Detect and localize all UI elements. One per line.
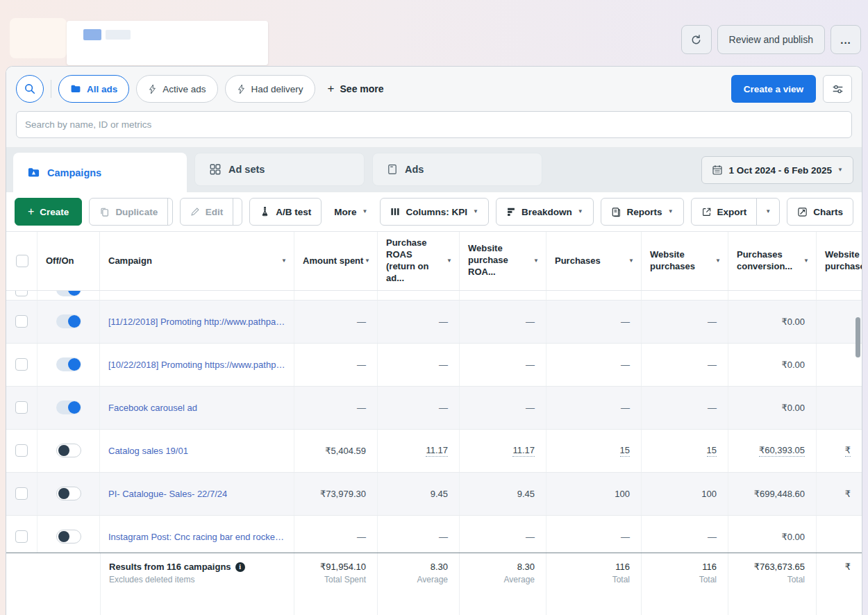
row-checkbox[interactable]	[15, 444, 28, 457]
refresh-button[interactable]	[681, 25, 712, 54]
total-website-purchases: 116 Total	[642, 553, 728, 615]
search-input[interactable]	[16, 111, 852, 138]
campaign-link[interactable]: PI- Catalogue- Sales- 22/7/24	[108, 489, 227, 499]
column-header-amount-spent[interactable]: Amount spent ▼	[294, 232, 378, 290]
vertical-scrollbar-thumb[interactable]	[856, 317, 860, 357]
create-view-button[interactable]: Create a view	[731, 75, 816, 103]
campaign-link[interactable]: [10/22/2018] Promoting https://www.pathp…	[108, 360, 285, 370]
ads-page-icon	[387, 163, 398, 176]
redacted-icon-fragment	[106, 30, 131, 40]
filter-pill-had-delivery[interactable]: Had delivery	[225, 75, 315, 103]
table-row[interactable]: Instagram Post: Cnc racing bar end rocke…	[6, 516, 862, 553]
edit-label: Edit	[206, 207, 224, 217]
row-checkbox[interactable]	[15, 315, 28, 328]
charts-icon	[797, 207, 808, 217]
table-row[interactable]: [10/22/2018] Promoting https://www.pathp…	[6, 344, 862, 387]
plus-icon: +	[28, 205, 34, 218]
level-tabs: Campaigns Ad sets Ads	[6, 148, 862, 192]
campaign-toggle[interactable]	[56, 444, 81, 457]
table-totals-row: Results from 116 campaigns i Excludes de…	[6, 553, 862, 615]
campaign-link[interactable]: Instagram Post: Cnc racing bar end rocke…	[108, 532, 285, 542]
column-header-purchases-conversion[interactable]: Purchases conversion... ▼	[728, 232, 817, 290]
bolt-icon	[148, 84, 157, 94]
filter-pill-all-ads[interactable]: All ads	[58, 75, 129, 103]
caret-down-icon: ▼	[365, 258, 370, 264]
date-range-button[interactable]: 1 Oct 2024 - 6 Feb 2025 ▼	[701, 156, 853, 184]
filter-pill-label: All ads	[87, 84, 117, 94]
column-header-website-purchase-roas[interactable]: Website purchase ROA... ▼	[460, 232, 546, 290]
create-button[interactable]: + Create	[15, 198, 82, 226]
bolt-icon	[237, 84, 246, 94]
tab-ads[interactable]: Ads	[372, 153, 542, 186]
row-checkbox[interactable]	[15, 358, 28, 371]
campaign-link[interactable]: [11/12/2018] Promoting http://www.pathpa…	[108, 317, 285, 327]
row-checkbox[interactable]	[15, 487, 28, 500]
caret-down-icon: ▼	[668, 209, 674, 214]
info-icon[interactable]: i	[235, 562, 245, 572]
select-all-checkbox[interactable]	[16, 255, 28, 267]
duplicate-button[interactable]: Duplicate	[90, 199, 167, 225]
ellipsis-icon: ...	[840, 34, 851, 46]
breakdown-button[interactable]: Breakdown ▼	[496, 198, 594, 226]
export-icon	[701, 207, 712, 217]
total-clipped-column: ₹	[817, 553, 862, 615]
search-filter-button[interactable]	[16, 75, 44, 103]
column-header-purchases[interactable]: Purchases ▼	[546, 232, 642, 290]
table-row-clipped-top	[6, 291, 862, 301]
campaign-link[interactable]: Facebook carousel ad	[108, 403, 197, 413]
table-row[interactable]: [11/12/2018] Promoting http://www.pathpa…	[6, 301, 862, 344]
filter-pill-label: Active ads	[162, 84, 206, 94]
caret-down-icon: ▼	[362, 209, 368, 214]
see-more-button[interactable]: + See more	[328, 82, 384, 96]
campaign-toggle[interactable]	[56, 314, 81, 328]
redacted-block	[10, 18, 67, 58]
campaign-toggle[interactable]	[56, 357, 81, 371]
table-row[interactable]: Facebook carousel ad — — — — — ₹0.00	[6, 387, 862, 430]
table-row[interactable]: Catalog sales 19/01 ₹5,404.59 11.17 11.1…	[6, 430, 862, 473]
row-checkbox[interactable]	[15, 530, 28, 543]
export-button[interactable]: Export	[692, 199, 757, 225]
export-split-button: Export ▼	[691, 198, 781, 226]
redacted-icon-fragment	[83, 29, 101, 40]
filter-settings-button[interactable]	[823, 75, 852, 103]
campaign-toggle[interactable]	[56, 291, 81, 296]
filter-section: All ads Active ads Had delivery + See mo…	[6, 67, 862, 148]
review-publish-button[interactable]: Review and publish	[717, 25, 825, 54]
caret-down-icon: ▼	[715, 258, 721, 264]
charts-button[interactable]: Charts	[787, 198, 853, 226]
caret-down-icon: ▼	[242, 209, 242, 214]
duplicate-label: Duplicate	[115, 207, 158, 217]
caret-down-icon: ▼	[837, 167, 843, 173]
tab-campaigns[interactable]: Campaigns	[13, 153, 187, 192]
tab-ad-sets[interactable]: Ad sets	[194, 153, 365, 186]
divider	[51, 80, 51, 98]
campaign-toggle[interactable]	[56, 401, 81, 414]
reports-button[interactable]: Reports ▼	[601, 198, 684, 226]
top-header-band: Review and publish ...	[0, 0, 868, 66]
flask-icon	[260, 206, 270, 217]
export-caret-button[interactable]: ▼	[756, 199, 779, 225]
edit-caret-button[interactable]: ▼	[233, 199, 242, 225]
column-header-purchase-roas[interactable]: Purchase ROAS (return on ad... ▼	[378, 232, 460, 290]
more-menu-button[interactable]: More ▼	[328, 207, 373, 217]
edit-button[interactable]: Edit	[181, 199, 233, 225]
column-header-website-purchases[interactable]: Website purchases ▼	[642, 232, 728, 290]
filter-pill-active-ads[interactable]: Active ads	[136, 75, 217, 103]
columns-button[interactable]: Columns: KPI ▼	[380, 198, 488, 226]
tab-label: Ad sets	[228, 164, 265, 175]
campaign-toggle[interactable]	[56, 530, 81, 544]
column-header-website-purchase-clipped[interactable]: Website purchase	[817, 232, 862, 290]
column-header-campaign[interactable]: Campaign ▼	[100, 232, 294, 290]
campaign-link[interactable]: Catalog sales 19/01	[108, 446, 188, 456]
total-purchases: 116 Total	[546, 553, 642, 615]
caret-down-icon: ▼	[533, 258, 539, 264]
ab-test-button[interactable]: A/B test	[249, 198, 322, 226]
table-row[interactable]: PI- Catalogue- Sales- 22/7/24 ₹73,979.30…	[6, 473, 862, 516]
row-checkbox[interactable]	[15, 291, 28, 296]
duplicate-caret-button[interactable]: ▼	[167, 199, 173, 225]
more-options-button[interactable]: ...	[831, 25, 861, 54]
results-note: Excludes deleted items	[109, 575, 294, 584]
campaign-toggle[interactable]	[56, 487, 81, 500]
row-checkbox[interactable]	[15, 401, 28, 414]
reports-label: Reports	[627, 207, 662, 217]
